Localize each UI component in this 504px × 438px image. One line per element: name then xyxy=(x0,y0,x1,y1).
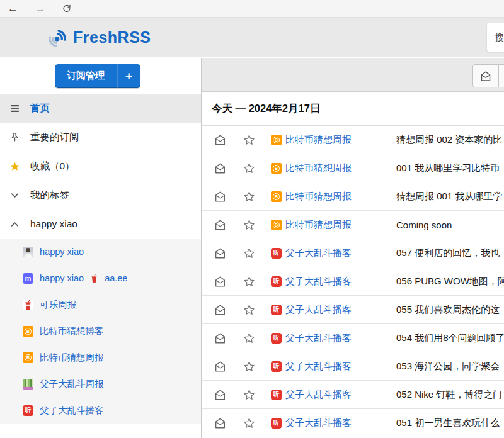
article-feed-name[interactable]: 比特币猜想周报 xyxy=(285,219,396,231)
sidebar-feed-item[interactable]: 可乐周报 xyxy=(0,291,201,318)
article-row[interactable]: B 比特币猜想周报 猜想周报 002 资本家的比 xyxy=(202,126,504,154)
sidebar-feed-item[interactable]: 听 父子大乱斗播客 xyxy=(0,397,201,424)
mark-read-button[interactable] xyxy=(213,133,227,147)
browser-nav-bar: ← → xyxy=(0,0,504,18)
sidebar-feed-item[interactable]: B 比特币猜想周报 xyxy=(0,344,201,371)
feed-label: 父子大乱斗周报 xyxy=(40,378,104,390)
article-title[interactable]: 056 PUBG WOW地图，阿 xyxy=(396,276,504,288)
sidebar-nav-label: 重要的订阅 xyxy=(30,131,79,144)
favorite-star-button[interactable] xyxy=(242,416,256,430)
toolbar-clipped-button[interactable] xyxy=(499,64,504,87)
favorite-star-button[interactable] xyxy=(242,218,256,232)
sidebar-nav-item[interactable]: 我的标签 xyxy=(0,181,201,210)
mark-read-button[interactable] xyxy=(213,189,227,203)
article-feed-name[interactable]: 父子大乱斗播客 xyxy=(285,417,396,429)
favorite-star-button[interactable] xyxy=(242,359,256,373)
article-title[interactable]: 猜想周报 002 资本家的比 xyxy=(396,134,504,146)
refresh-icon[interactable] xyxy=(62,4,72,14)
feed-label: 比特币猜想周报 xyxy=(40,352,104,364)
article-row[interactable]: 听 父子大乱斗播客 054 我们用8个问题回顾了 xyxy=(202,324,504,352)
article-row[interactable]: 听 父子大乱斗播客 052 Nike 钉鞋，博得之门 xyxy=(202,381,504,409)
article-feed-name[interactable]: 父子大乱斗播客 xyxy=(285,276,396,288)
back-icon[interactable]: ← xyxy=(8,3,18,14)
favorite-star-button[interactable] xyxy=(242,189,256,203)
open-envelope-icon xyxy=(214,275,227,288)
article-feed-name[interactable]: 父子大乱斗播客 xyxy=(285,332,396,344)
sidebar-nav-item[interactable]: 重要的订阅 xyxy=(0,123,201,152)
pixel-art-favicon xyxy=(23,379,33,390)
avatar-favicon xyxy=(23,247,33,257)
favorite-star-button[interactable] xyxy=(242,331,256,345)
favorite-star-button[interactable] xyxy=(242,303,256,317)
open-envelope-icon xyxy=(214,388,227,402)
article-row[interactable]: B 比特币猜想周报 Coming soon xyxy=(202,211,504,239)
sidebar-feed-item[interactable]: B 比特币猜想博客 xyxy=(0,318,201,344)
sidebar-nav-item[interactable]: happy xiao xyxy=(0,210,201,239)
article-row[interactable]: 听 父子大乱斗播客 057 便利店的回忆，我也 xyxy=(202,239,504,267)
favorite-star-button[interactable] xyxy=(242,388,256,402)
article-row[interactable]: B 比特币猜想周报 001 我从哪里学习比特币 xyxy=(202,154,504,182)
sidebar-feed-item[interactable]: happy xiao xyxy=(0,239,201,265)
article-title[interactable]: Coming soon xyxy=(396,220,504,230)
open-envelope-icon xyxy=(214,162,227,175)
sidebar-nav-label: happy xiao xyxy=(30,218,77,230)
sidebar-feed-item[interactable]: 父子大乱斗周报 xyxy=(0,371,201,397)
article-row[interactable]: 听 父子大乱斗播客 051 初一男生喜欢玩什么 xyxy=(202,409,504,437)
sidebar-nav: 首页 重要的订阅 收藏（0） 我的标签 happy xiao xyxy=(0,94,201,239)
star-outline-icon xyxy=(243,332,256,345)
sidebar-feed-item[interactable]: m happy xiao aa.ee xyxy=(0,265,201,291)
open-envelope-icon xyxy=(214,190,227,203)
feed-label: happy xiao xyxy=(40,273,84,283)
mark-read-button[interactable] xyxy=(213,359,227,373)
app-header: FreshRSS 搜索 xyxy=(0,18,504,57)
bitcoin-favicon: B xyxy=(23,352,33,363)
article-title[interactable]: 001 我从哪里学习比特币 xyxy=(396,162,504,174)
mark-read-button[interactable] xyxy=(213,331,227,345)
article-title[interactable]: 057 便利店的回忆，我也 xyxy=(396,247,504,259)
sidebar-nav-item[interactable]: 收藏（0） xyxy=(0,152,201,181)
mark-read-button[interactable] xyxy=(213,218,227,232)
sidebar-nav-label: 我的标签 xyxy=(30,189,69,202)
mark-read-button[interactable] xyxy=(213,161,227,175)
favorite-star-button[interactable] xyxy=(242,133,256,147)
page-title: FreshRSS xyxy=(73,28,151,47)
mark-read-button[interactable] xyxy=(213,246,227,260)
mark-read-button[interactable] xyxy=(213,388,227,402)
search-input[interactable]: 搜索 xyxy=(487,23,504,52)
article-feed-name[interactable]: 父子大乱斗播客 xyxy=(285,247,396,259)
star-outline-icon xyxy=(243,133,256,147)
article-row[interactable]: 听 父子大乱斗播客 055 我们喜欢周杰伦的这 xyxy=(202,296,504,324)
favorite-star-button[interactable] xyxy=(242,246,256,260)
sidebar-feed-list: happy xiao m happy xiao aa.ee 可乐周报 B 比特币… xyxy=(0,239,201,424)
mark-read-button[interactable] xyxy=(213,274,227,288)
article-feed-name[interactable]: 比特币猜想周报 xyxy=(285,162,396,174)
manage-subscriptions-button[interactable]: 订阅管理 xyxy=(55,64,117,88)
forward-icon[interactable]: → xyxy=(35,3,45,14)
add-subscription-button[interactable]: + xyxy=(117,64,140,88)
article-feed-name[interactable]: 比特币猜想周报 xyxy=(285,134,396,146)
favorite-star-button[interactable] xyxy=(242,274,256,288)
mark-all-read-button[interactable] xyxy=(472,64,499,87)
favorite-star-button[interactable] xyxy=(242,161,256,175)
article-row[interactable]: 听 父子大乱斗播客 053 海洋公园，同学聚会 xyxy=(202,352,504,381)
open-envelope-icon xyxy=(214,332,227,345)
article-title[interactable]: 052 Nike 钉鞋，博得之门 xyxy=(396,389,504,401)
mark-read-button[interactable] xyxy=(213,416,227,430)
article-row[interactable]: 听 父子大乱斗播客 056 PUBG WOW地图，阿 xyxy=(202,267,504,296)
date-header: 今天 — 2024年2月17日 xyxy=(202,92,504,126)
star-outline-icon xyxy=(243,303,256,317)
mark-read-button[interactable] xyxy=(213,303,227,317)
article-row[interactable]: B 比特币猜想周报 猜想周报 001 我从哪里学 xyxy=(202,182,504,211)
article-feed-name[interactable]: 比特币猜想周报 xyxy=(285,191,396,203)
article-feed-name[interactable]: 父子大乱斗播客 xyxy=(285,389,396,401)
article-title[interactable]: 054 我们用8个问题回顾了 xyxy=(396,332,504,344)
toolbar-button-group xyxy=(472,64,504,87)
article-title[interactable]: 猜想周报 001 我从哪里学 xyxy=(396,191,504,203)
article-title[interactable]: 051 初一男生喜欢玩什么 xyxy=(396,417,504,429)
drink-cup-icon xyxy=(90,274,98,283)
sidebar-nav-item[interactable]: 首页 xyxy=(0,94,201,123)
article-feed-name[interactable]: 父子大乱斗播客 xyxy=(285,361,396,373)
article-title[interactable]: 053 海洋公园，同学聚会 xyxy=(396,361,504,373)
article-feed-name[interactable]: 父子大乱斗播客 xyxy=(285,304,396,316)
article-title[interactable]: 055 我们喜欢周杰伦的这 xyxy=(396,304,504,316)
